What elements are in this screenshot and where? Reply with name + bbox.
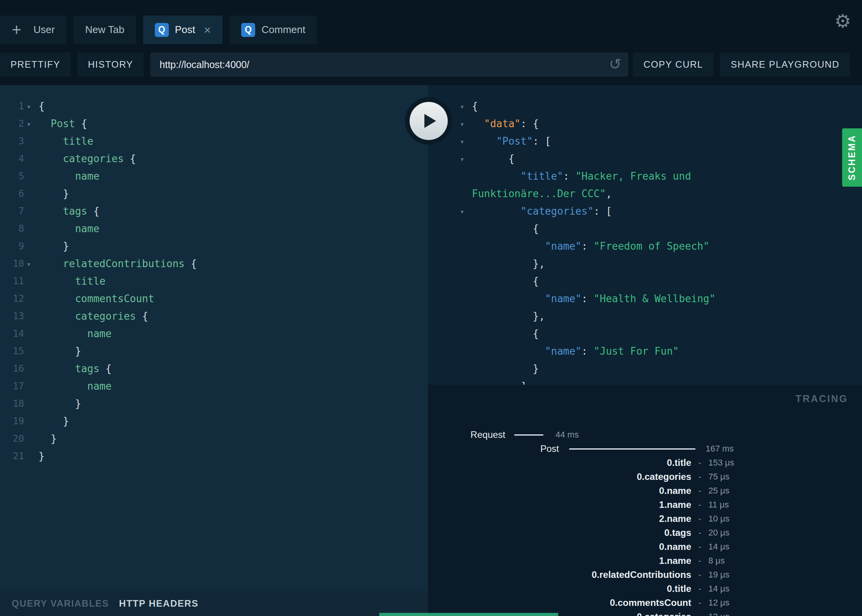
history-button[interactable]: HISTORY xyxy=(77,52,144,77)
line-number: 11 xyxy=(0,273,24,290)
line-number: 1 xyxy=(0,98,24,115)
tracing-dash: - xyxy=(691,570,708,580)
tracing-field-time: 14 μs xyxy=(708,542,729,552)
code-line: 3 title xyxy=(0,133,428,150)
query-variables-tab[interactable]: QUERY VARIABLES xyxy=(12,598,109,609)
tracing-field-name: 0.name xyxy=(428,541,691,552)
tracing-span-time: 44 ms xyxy=(555,430,579,440)
prettify-button[interactable]: PRETTIFY xyxy=(0,52,71,77)
play-button[interactable] xyxy=(405,97,452,145)
code-line: ▾ "data": { xyxy=(428,115,862,133)
tracing-field-row: 0.name-25 μs xyxy=(428,484,862,498)
copy-curl-button[interactable]: COPY CURL xyxy=(633,52,713,77)
fold-arrow-icon[interactable]: ▾ xyxy=(460,133,464,150)
tab-new-tab[interactable]: New Tab xyxy=(74,16,136,44)
code-line: 9 } xyxy=(0,238,428,255)
line-number: 3 xyxy=(0,133,24,150)
schema-tab-label: SCHEMA xyxy=(847,135,857,180)
line-number: 21 xyxy=(0,448,24,465)
tracing-duration-bar xyxy=(569,448,696,450)
tab-comment[interactable]: QComment xyxy=(230,16,317,44)
tab-label: Post xyxy=(175,24,195,36)
tracing-field-name: 2.name xyxy=(428,513,691,524)
tracing-field-row: 0.title-153 μs xyxy=(428,456,862,470)
code-line: 19 } xyxy=(0,413,428,430)
tracing-field-name: 0.title xyxy=(428,457,691,468)
tracing-field-time: 14 μs xyxy=(708,584,729,594)
fold-arrow-icon[interactable]: ▾ xyxy=(460,203,464,220)
code-line: ▾ "categories": [ xyxy=(428,203,862,220)
line-number: 6 xyxy=(0,185,24,203)
code-line: }, xyxy=(428,308,862,325)
editor-footer: QUERY VARIABLES HTTP HEADERS xyxy=(0,591,428,616)
tracing-dash: - xyxy=(691,500,708,510)
tracing-field-time: 19 μs xyxy=(708,570,729,580)
query-code: 1▾{2▾ Post {3 title4 categories {5 name6… xyxy=(0,85,428,465)
tracing-field-name: 1.name xyxy=(428,555,691,566)
fold-arrow-icon[interactable]: ▾ xyxy=(460,98,464,116)
code-line: }, xyxy=(428,255,862,273)
fold-arrow-icon[interactable]: ▾ xyxy=(26,116,31,133)
fold-arrow-icon[interactable]: ▾ xyxy=(460,116,464,133)
query-editor-pane[interactable]: 1▾{2▾ Post {3 title4 categories {5 name6… xyxy=(0,85,428,616)
tracing-field-row: 0.title-14 μs xyxy=(428,582,862,596)
line-number: 7 xyxy=(0,203,24,220)
tracing-field-time: 11 μs xyxy=(708,500,729,510)
tracing-field-name: 0.commentsCount xyxy=(428,597,691,608)
line-number: 15 xyxy=(0,343,24,360)
code-line: "title": "Hacker, Freaks und xyxy=(428,168,862,185)
code-line: 14 name xyxy=(0,325,428,343)
tracing-field-row: 1.name-11 μs xyxy=(428,498,862,512)
response-code: ▾{▾ "data": {▾ "Post": [▾ { "title": "Ha… xyxy=(428,85,862,395)
tracing-dash: - xyxy=(691,556,708,566)
tracing-field-time: 8 μs xyxy=(708,556,725,566)
code-line: 15 } xyxy=(0,343,428,360)
tracing-duration-bar xyxy=(514,434,543,436)
line-number: 14 xyxy=(0,325,24,343)
tracing-field-row: 0.relatedContributions-19 μs xyxy=(428,568,862,582)
schema-tab[interactable]: SCHEMA xyxy=(842,128,862,187)
tracing-field-name: 0.relatedContributions xyxy=(428,569,691,580)
tracing-field-name: 0.name xyxy=(428,485,691,496)
tracing-field-row: 0.tags-20 μs xyxy=(428,526,862,540)
url-input[interactable] xyxy=(150,52,628,77)
tracing-field-row: 2.name-10 μs xyxy=(428,512,862,526)
code-line: { xyxy=(428,325,862,343)
code-line: 18 } xyxy=(0,395,428,413)
fold-arrow-icon[interactable]: ▾ xyxy=(460,150,464,168)
line-number: 20 xyxy=(0,430,24,448)
fold-arrow-icon[interactable]: ▾ xyxy=(26,256,31,273)
response-pane: ▾{▾ "data": {▾ "Post": [▾ { "title": "Ha… xyxy=(428,85,862,616)
code-line: { xyxy=(428,273,862,290)
code-line: 10▾ relatedContributions { xyxy=(0,255,428,273)
share-playground-button[interactable]: SHARE PLAYGROUND xyxy=(720,52,850,77)
url-bar: ↺ xyxy=(150,52,628,77)
partial-green-bar xyxy=(379,613,558,616)
close-tab-icon[interactable]: × xyxy=(204,24,211,36)
tracing-field-time: 13 μs xyxy=(708,612,729,616)
play-icon xyxy=(424,114,436,128)
tracing-field-name: 0.tags xyxy=(428,527,691,538)
tab-label: Comment xyxy=(261,24,305,36)
code-line: 1▾{ xyxy=(0,98,428,115)
tracing-dash: - xyxy=(691,514,708,524)
line-number: 13 xyxy=(0,308,24,325)
code-line: { xyxy=(428,220,862,238)
tracing-dash: - xyxy=(691,542,708,552)
query-badge-icon: Q xyxy=(155,23,169,37)
tab-label: New Tab xyxy=(85,24,124,36)
tracing-span-label: Request xyxy=(428,429,505,440)
toolbar: PRETTIFY HISTORY ↺ COPY CURL SHARE PLAYG… xyxy=(0,44,862,85)
code-line: 16 tags { xyxy=(0,360,428,378)
tab-post[interactable]: QPost× xyxy=(143,16,223,44)
settings-gear-icon[interactable]: ⚙ xyxy=(834,10,851,32)
tracing-dash: - xyxy=(691,584,708,594)
reload-icon[interactable]: ↺ xyxy=(609,56,621,73)
tracing-rows: Request44 msPost167 ms0.title-153 μs0.ca… xyxy=(428,428,862,616)
line-number: 4 xyxy=(0,150,24,168)
http-headers-tab[interactable]: HTTP HEADERS xyxy=(119,598,198,609)
play-button-inner xyxy=(410,102,448,140)
new-tab-button[interactable]: + xyxy=(0,16,33,44)
fold-arrow-icon[interactable]: ▾ xyxy=(26,98,31,116)
code-line: 5 name xyxy=(0,168,428,185)
